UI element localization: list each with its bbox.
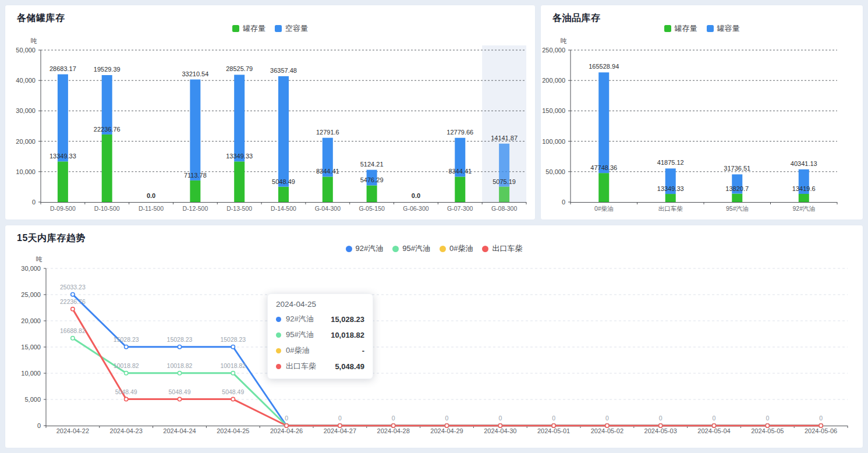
- svg-text:33210.54: 33210.54: [182, 70, 208, 77]
- legend-swatch-icon: [232, 25, 239, 32]
- point-92#汽油-2024-04-22[interactable]: [71, 293, 75, 296]
- bar-segment-罐存量[interactable]: [598, 173, 609, 202]
- svg-text:0: 0: [713, 415, 716, 422]
- series-dot-icon: [276, 317, 281, 322]
- svg-text:0: 0: [445, 415, 449, 422]
- bar-segment-罐容量[interactable]: [598, 72, 609, 173]
- bar-segment-罐存量[interactable]: [799, 194, 809, 202]
- point-出口车柴-2024-04-22[interactable]: [71, 307, 75, 311]
- svg-text:10018.82: 10018.82: [220, 362, 246, 369]
- svg-text:0: 0: [392, 415, 395, 422]
- svg-text:0: 0: [285, 415, 288, 422]
- point-出口车柴-2024-05-01[interactable]: [552, 424, 555, 427]
- svg-text:40341.13: 40341.13: [791, 160, 817, 167]
- trend-line-chart[interactable]: 05,00010,00015,00020,00025,00030,000吨202…: [5, 225, 864, 449]
- point-出口车柴-2024-05-04[interactable]: [712, 424, 715, 427]
- svg-text:2024-04-26: 2024-04-26: [270, 427, 303, 434]
- svg-text:D-14-500: D-14-500: [271, 205, 296, 212]
- oil-bar-chart[interactable]: 050,000100,000150,000200,000250,000吨0#柴油…: [541, 5, 864, 221]
- svg-text:12791.6: 12791.6: [316, 129, 339, 136]
- point-92#汽油-2024-04-24[interactable]: [178, 345, 181, 349]
- bar-segment-空容量[interactable]: [234, 75, 245, 161]
- svg-text:2024-05-01: 2024-05-01: [537, 427, 570, 434]
- bar-segment-罐存量[interactable]: [499, 187, 509, 202]
- bar-95#汽油: 31736.5113820.7: [724, 165, 750, 202]
- svg-text:2024-05-04: 2024-05-04: [697, 427, 730, 434]
- svg-text:5476.29: 5476.29: [360, 176, 384, 183]
- svg-text:13419.6: 13419.6: [792, 185, 816, 192]
- point-出口车柴-2024-04-28[interactable]: [392, 424, 395, 427]
- bar-segment-罐存量[interactable]: [323, 176, 333, 202]
- svg-text:0: 0: [562, 199, 565, 206]
- tooltip-series-value: 5,048.49: [335, 362, 364, 371]
- legend-label: 出口车柴: [492, 243, 522, 254]
- legend-item-罐存量[interactable]: 罐存量: [232, 23, 265, 34]
- svg-text:30,000: 30,000: [21, 265, 41, 272]
- point-出口车柴-2024-04-26[interactable]: [285, 424, 288, 427]
- bar-segment-空容量[interactable]: [58, 75, 68, 162]
- bar-segment-罐存量[interactable]: [102, 135, 112, 202]
- svg-text:0: 0: [659, 415, 662, 422]
- tank-bar-chart[interactable]: 010,00020,00030,00040,00050,000吨D-09-500…: [5, 5, 536, 221]
- legend-item-92#汽油[interactable]: 92#汽油: [346, 243, 384, 254]
- point-出口车柴-2024-04-25[interactable]: [231, 397, 235, 401]
- svg-text:10,000: 10,000: [21, 370, 41, 377]
- bar-segment-罐存量[interactable]: [665, 194, 676, 202]
- legend-item-95#汽油[interactable]: 95#汽油: [392, 243, 430, 254]
- svg-text:5048.49: 5048.49: [222, 388, 244, 395]
- point-95#汽油-2024-04-24[interactable]: [178, 371, 181, 375]
- bar-segment-罐存量[interactable]: [455, 176, 465, 202]
- point-出口车柴-2024-05-06[interactable]: [819, 424, 823, 427]
- svg-text:8344.41: 8344.41: [448, 168, 472, 175]
- svg-text:0: 0: [32, 199, 36, 206]
- svg-text:28525.79: 28525.79: [226, 65, 253, 72]
- legend-label: 罐存量: [675, 23, 697, 34]
- point-95#汽油-2024-04-22[interactable]: [71, 337, 75, 340]
- point-92#汽油-2024-04-25[interactable]: [231, 345, 235, 349]
- point-出口车柴-2024-04-24[interactable]: [178, 397, 181, 401]
- legend-item-罐容量[interactable]: 罐容量: [707, 23, 740, 34]
- bar-D-10-500: 19529.3922236.76: [94, 66, 121, 202]
- point-92#汽油-2024-04-23[interactable]: [125, 345, 128, 349]
- svg-text:2024-04-28: 2024-04-28: [377, 427, 410, 434]
- bar-segment-罐存量[interactable]: [190, 181, 200, 202]
- trend-chart-legend: 92#汽油95#汽油0#柴油出口车柴: [5, 243, 863, 254]
- line-92#汽油: [73, 295, 821, 426]
- point-95#汽油-2024-04-23[interactable]: [125, 371, 128, 375]
- point-出口车柴-2024-05-05[interactable]: [766, 424, 769, 427]
- bar-D-11-500: 0.0: [147, 192, 155, 199]
- svg-text:20,000: 20,000: [16, 138, 36, 145]
- bar-segment-罐存量[interactable]: [367, 185, 377, 202]
- point-出口车柴-2024-04-23[interactable]: [125, 397, 128, 401]
- svg-text:D-09-500: D-09-500: [50, 205, 76, 212]
- point-出口车柴-2024-05-03[interactable]: [659, 424, 662, 427]
- svg-text:吨: 吨: [31, 37, 37, 44]
- legend-item-0#柴油[interactable]: 0#柴油: [440, 243, 473, 254]
- tooltip-series-value: -: [362, 346, 364, 355]
- legend-item-出口车柴[interactable]: 出口车柴: [482, 243, 522, 254]
- oil-chart-legend: 罐存量罐容量: [541, 23, 863, 34]
- bar-segment-罐存量[interactable]: [58, 161, 68, 202]
- bar-segment-罐存量[interactable]: [278, 187, 289, 202]
- point-95#汽油-2024-04-25[interactable]: [231, 371, 235, 375]
- bar-segment-罐存量[interactable]: [732, 194, 742, 202]
- svg-text:5048.49: 5048.49: [115, 388, 137, 395]
- legend-swatch-icon: [664, 25, 671, 32]
- trend-panel: 15天内库存趋势 92#汽油95#汽油0#柴油出口车柴 05,00010,000…: [5, 225, 863, 448]
- tooltip-series-value: 10,018.82: [331, 331, 364, 339]
- bar-segment-罐存量[interactable]: [234, 161, 245, 202]
- oil-inventory-panel: 各油品库存 罐存量罐容量 050,000100,000150,000200,00…: [540, 5, 863, 220]
- bar-segment-空容量[interactable]: [278, 76, 289, 187]
- bar-segment-空容量[interactable]: [190, 80, 200, 181]
- legend-item-空容量[interactable]: 空容量: [275, 23, 308, 34]
- point-出口车柴-2024-04-27[interactable]: [338, 424, 342, 427]
- svg-text:92#汽油: 92#汽油: [792, 205, 815, 212]
- svg-text:95#汽油: 95#汽油: [726, 205, 749, 212]
- svg-text:0: 0: [605, 415, 609, 422]
- point-出口车柴-2024-05-02[interactable]: [605, 424, 609, 427]
- legend-swatch-icon: [707, 25, 714, 32]
- legend-item-罐存量[interactable]: 罐存量: [664, 23, 697, 34]
- point-出口车柴-2024-04-29[interactable]: [445, 424, 448, 427]
- svg-text:31736.51: 31736.51: [724, 165, 750, 172]
- point-出口车柴-2024-04-30[interactable]: [498, 424, 502, 427]
